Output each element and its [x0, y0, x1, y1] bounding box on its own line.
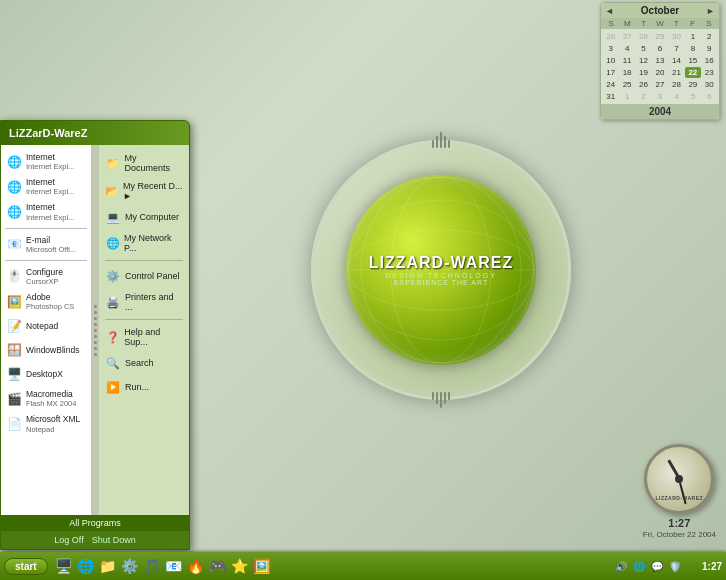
- cal-day[interactable]: 26: [636, 79, 651, 90]
- menu-item-notepad[interactable]: 📝 Notepad: [1, 314, 91, 338]
- cal-day[interactable]: 2: [636, 91, 651, 102]
- cal-day[interactable]: 17: [603, 67, 618, 78]
- menu-item-internet1[interactable]: 🌐 InternetInternet Expl...: [1, 149, 91, 174]
- cal-day[interactable]: 21: [669, 67, 684, 78]
- cal-day[interactable]: 3: [652, 91, 667, 102]
- cal-day[interactable]: 18: [619, 67, 634, 78]
- menu-item-cursorxp[interactable]: 🖱️ ConfigureCursorXP: [1, 264, 91, 289]
- security-icon[interactable]: 🛡️: [667, 558, 683, 574]
- windowblinds-icon: 🪟: [5, 341, 23, 359]
- cal-day[interactable]: 27: [652, 79, 667, 90]
- volume-icon[interactable]: 🔊: [613, 558, 629, 574]
- start-menu-header: LiZZarD-WareZ: [1, 121, 189, 145]
- resize-dot: [94, 323, 97, 326]
- cal-day[interactable]: 31: [603, 91, 618, 102]
- cal-day[interactable]: 3: [603, 43, 618, 54]
- clock-center-dot: [675, 475, 683, 483]
- menu-item-email[interactable]: 📧 E-mailMicrosoft Offi...: [1, 232, 91, 257]
- cal-day[interactable]: 4: [619, 43, 634, 54]
- clock-date: Fri, October 22 2004: [643, 529, 716, 540]
- cal-day[interactable]: 29: [685, 79, 700, 90]
- menu-item-internet2[interactable]: 🌐 InternetInternet Expl...: [1, 174, 91, 199]
- taskbar-icon[interactable]: 🖼️: [252, 556, 272, 576]
- menu-item-my-computer[interactable]: 💻 My Computer: [99, 205, 189, 229]
- chat-icon[interactable]: 💬: [649, 558, 665, 574]
- cal-day[interactable]: 1: [619, 91, 634, 102]
- photoshop-icon: 🖼️: [5, 293, 23, 311]
- menu-item-my-recent[interactable]: 📂 My Recent D... ►: [99, 177, 189, 205]
- cal-day[interactable]: 14: [669, 55, 684, 66]
- cal-day[interactable]: 12: [636, 55, 651, 66]
- cal-day[interactable]: 19: [636, 67, 651, 78]
- calendar-next-button[interactable]: ►: [706, 6, 715, 16]
- menu-item-windowblinds[interactable]: 🪟 WindowBlinds: [1, 338, 91, 362]
- cal-day[interactable]: 9: [702, 43, 717, 54]
- shutdown-button[interactable]: Shut Down: [92, 535, 136, 545]
- cal-day[interactable]: 15: [685, 55, 700, 66]
- deco-tick: [448, 140, 450, 148]
- menu-item-internet3[interactable]: 🌐 InternetInternet Expl...: [1, 199, 91, 224]
- menu-item-search[interactable]: 🔍 Search: [99, 351, 189, 375]
- taskbar-icon[interactable]: 🔥: [186, 556, 206, 576]
- cal-day[interactable]: 7: [669, 43, 684, 54]
- cal-day[interactable]: 23: [702, 67, 717, 78]
- cal-day[interactable]: 29: [652, 31, 667, 42]
- calendar-prev-button[interactable]: ◄: [605, 6, 614, 16]
- cal-day[interactable]: 26: [603, 31, 618, 42]
- my-computer-icon: 💻: [105, 209, 121, 225]
- calendar-header: ◄ October ►: [601, 3, 719, 18]
- brand-sub1: DESIGN TECHNOLOGY: [369, 272, 514, 279]
- cal-day[interactable]: 10: [603, 55, 618, 66]
- cal-day[interactable]: 16: [702, 55, 717, 66]
- cal-day[interactable]: 5: [685, 91, 700, 102]
- cal-day[interactable]: 27: [619, 31, 634, 42]
- resize-dot: [94, 347, 97, 350]
- cal-day[interactable]: 28: [636, 31, 651, 42]
- logoff-button[interactable]: Log Off: [54, 535, 83, 545]
- menu-item-help[interactable]: ❓ Help and Sup...: [99, 323, 189, 351]
- cal-day[interactable]: 25: [619, 79, 634, 90]
- taskbar-icon[interactable]: 🌐: [76, 556, 96, 576]
- taskbar-icon[interactable]: 📧: [164, 556, 184, 576]
- center-logo: LIZZARD-WAREZ DESIGN TECHNOLOGY EXPERIEN…: [311, 140, 571, 400]
- menu-item-my-documents[interactable]: 📁 My Documents: [99, 149, 189, 177]
- resize-dot: [94, 305, 97, 308]
- cal-day[interactable]: 24: [603, 79, 618, 90]
- cursorxp-icon: 🖱️: [5, 267, 23, 285]
- menu-item-xml-notepad[interactable]: 📄 Microsoft XMLNotepad: [1, 411, 91, 436]
- start-button[interactable]: start: [4, 558, 48, 575]
- taskbar-icon[interactable]: 📁: [98, 556, 118, 576]
- cal-day[interactable]: 5: [636, 43, 651, 54]
- menu-item-photoshop[interactable]: 🖼️ AdobePhotoshop CS: [1, 289, 91, 314]
- cal-day[interactable]: 2: [702, 31, 717, 42]
- cal-day[interactable]: 30: [669, 31, 684, 42]
- deco-tick: [444, 136, 446, 148]
- all-programs-button[interactable]: All Programs: [1, 515, 189, 531]
- cal-day[interactable]: 20: [652, 67, 667, 78]
- cal-day-today[interactable]: 22: [685, 67, 700, 78]
- cal-day[interactable]: 6: [702, 91, 717, 102]
- resize-dot: [94, 335, 97, 338]
- cal-day[interactable]: 1: [685, 31, 700, 42]
- network-icon[interactable]: 🌐: [631, 558, 647, 574]
- cal-day[interactable]: 8: [685, 43, 700, 54]
- resize-handle: [91, 145, 99, 515]
- cal-day[interactable]: 13: [652, 55, 667, 66]
- menu-item-printers[interactable]: 🖨️ Printers and ...: [99, 288, 189, 316]
- taskbar-icon[interactable]: ⭐: [230, 556, 250, 576]
- cal-day[interactable]: 30: [702, 79, 717, 90]
- cal-day[interactable]: 6: [652, 43, 667, 54]
- taskbar-icon[interactable]: 🎮: [208, 556, 228, 576]
- menu-item-flash[interactable]: 🎬 MacromediaFlash MX 2004: [1, 386, 91, 411]
- cal-day[interactable]: 11: [619, 55, 634, 66]
- menu-separator: [105, 319, 183, 320]
- taskbar-icon[interactable]: 🎵: [142, 556, 162, 576]
- menu-item-desktopx[interactable]: 🖥️ DesktopX: [1, 362, 91, 386]
- taskbar-icon[interactable]: 🖥️: [54, 556, 74, 576]
- menu-item-my-network[interactable]: 🌐 My Network P...: [99, 229, 189, 257]
- cal-day[interactable]: 28: [669, 79, 684, 90]
- cal-day[interactable]: 4: [669, 91, 684, 102]
- taskbar-icon[interactable]: ⚙️: [120, 556, 140, 576]
- menu-item-run[interactable]: ▶️ Run...: [99, 375, 189, 399]
- menu-item-control-panel[interactable]: ⚙️ Control Panel: [99, 264, 189, 288]
